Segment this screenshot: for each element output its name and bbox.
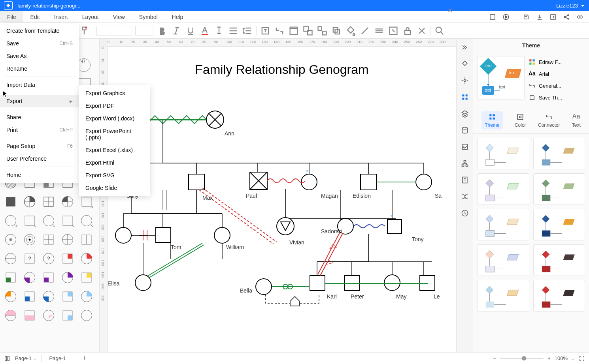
container-icon[interactable]	[288, 25, 299, 36]
theme-tab-theme[interactable]: Theme	[481, 111, 502, 129]
export-menu-item[interactable]: Export Html	[79, 156, 150, 169]
zoom-out-button[interactable]: −	[493, 355, 496, 361]
zoom-slider[interactable]	[500, 358, 544, 359]
styles-icon[interactable]	[461, 77, 469, 84]
export-menu-item[interactable]: Export Word (.docx)	[79, 112, 150, 125]
titlebar: family-relationship-genogr... Lizzie123	[0, 0, 589, 11]
status-bar: Page-1 ⌵ Page-1 + − + 100% ⌵	[0, 352, 589, 364]
svg-rect-139	[486, 195, 494, 201]
line-style-icon[interactable]	[374, 25, 385, 36]
bold-icon[interactable]	[157, 25, 168, 36]
menu-insert[interactable]: Insert	[47, 11, 75, 23]
zoom-in-button[interactable]: +	[547, 355, 551, 361]
page-setup-icon[interactable]	[461, 176, 469, 184]
group-icon[interactable]	[302, 25, 313, 36]
edit-points-icon[interactable]	[388, 25, 399, 36]
canvas[interactable]: Family Relationship Genogram	[108, 47, 456, 352]
label-max: Max	[202, 195, 213, 201]
theme-setting-colorscheme[interactable]: Edraw F...	[529, 56, 585, 68]
fill-tool-icon[interactable]	[461, 60, 469, 68]
fill-icon[interactable]	[345, 25, 356, 36]
export-menu-item[interactable]: Export PDF	[79, 99, 150, 112]
menu-edit[interactable]: Edit	[23, 11, 47, 23]
file-menu-item[interactable]: Import Data	[0, 79, 79, 91]
file-menu-item[interactable]: User Preference	[0, 152, 79, 165]
file-menu-item[interactable]: Rename	[0, 62, 79, 75]
export-icon[interactable]	[549, 13, 557, 21]
lock-icon[interactable]	[402, 25, 413, 36]
font-family-select[interactable]	[96, 26, 132, 36]
expand-right-icon[interactable]	[461, 43, 469, 51]
align-icon[interactable]	[228, 25, 239, 36]
theme-setting-connector[interactable]: General...	[529, 80, 585, 92]
menu-view[interactable]: View	[106, 11, 132, 23]
menu-layout[interactable]: Layout	[75, 11, 106, 23]
line-spacing-icon[interactable]	[242, 25, 253, 36]
add-page-button[interactable]: +	[78, 354, 91, 362]
database-icon[interactable]	[461, 126, 469, 134]
theme-setting-font[interactable]: AaArial	[529, 68, 585, 80]
share-icon[interactable]	[563, 13, 570, 21]
theme-list[interactable]	[473, 134, 589, 315]
image-icon[interactable]	[461, 143, 469, 151]
export-menu-item[interactable]: Export Graphics	[79, 87, 150, 99]
underline-icon[interactable]	[185, 25, 196, 36]
format-painter-icon[interactable]	[79, 25, 90, 36]
page-selector[interactable]: Page-1 ⌵	[15, 355, 36, 361]
close-panel-icon[interactable]: ✕	[446, 6, 454, 14]
export-menu-item[interactable]: Export SVG	[79, 169, 150, 182]
history-icon[interactable]	[461, 209, 469, 217]
fit-screen-icon[interactable]	[579, 355, 585, 362]
save-icon[interactable]	[523, 13, 530, 21]
ruler-horizontal: 0102030405060708090100110120130140150160…	[108, 39, 456, 47]
connector-tool-icon[interactable]	[274, 25, 285, 36]
file-menu-item[interactable]: Share	[0, 111, 79, 124]
menu-help[interactable]: Help	[165, 11, 191, 23]
text-tool-icon[interactable]	[260, 25, 271, 36]
file-menu-item[interactable]: Export▶	[0, 95, 79, 107]
user-menu[interactable]: Lizzie123	[552, 2, 585, 9]
theme-tab-connector[interactable]: Connector	[538, 113, 560, 128]
search-icon[interactable]	[434, 25, 445, 36]
menu-file[interactable]: File	[0, 11, 23, 23]
theme-tab-text[interactable]: AaText	[572, 113, 581, 128]
arrange-icon[interactable]	[331, 25, 342, 36]
play-icon[interactable]	[502, 13, 510, 21]
download-icon[interactable]	[536, 13, 543, 21]
page-tab[interactable]: Page-1	[41, 355, 74, 362]
file-menu-item[interactable]: Home	[0, 169, 79, 181]
label-elisa: Elisa	[108, 280, 119, 287]
italic-icon[interactable]	[171, 25, 182, 36]
theme-tab-color[interactable]: Color	[515, 113, 526, 128]
file-menu-item[interactable]: SaveCtrl+S	[0, 37, 79, 50]
menu-symbol[interactable]: Symbol	[132, 11, 165, 23]
page-layout-icon[interactable]	[4, 355, 10, 362]
text-highlight-icon[interactable]	[213, 25, 225, 36]
export-menu-item[interactable]: Export Excel (.xlsx)	[79, 144, 150, 156]
line-tool-icon[interactable]	[359, 25, 370, 36]
font-color-icon[interactable]	[199, 25, 210, 36]
view-icon[interactable]	[576, 13, 583, 21]
file-menu-item[interactable]: Page SetupF6	[0, 140, 79, 152]
theme-setting-save[interactable]: Save Th...	[529, 92, 585, 103]
svg-rect-46	[25, 216, 34, 225]
layers-icon[interactable]	[461, 110, 469, 118]
shuffle-icon[interactable]	[461, 193, 469, 201]
export-menu-item[interactable]: Export PowerPoint (.pptx)	[79, 125, 150, 144]
hierarchy-icon[interactable]	[461, 159, 469, 167]
label-ann: Ann	[225, 130, 234, 137]
file-menu-item[interactable]: Create from Template	[0, 24, 79, 37]
theme-icon[interactable]	[461, 93, 469, 101]
svg-rect-87	[25, 315, 34, 320]
theme-settings: Edraw F... AaArial General... Save Th...	[529, 56, 585, 103]
tools-icon[interactable]	[416, 25, 427, 36]
file-menu-dropdown: Create from TemplateSaveCtrl+SSave AsRen…	[0, 23, 79, 183]
svg-rect-144	[542, 266, 550, 272]
export-menu-item[interactable]: Google Slide	[79, 182, 150, 194]
fullscreen-icon[interactable]	[489, 13, 496, 21]
file-menu-item[interactable]: PrintCtrl+P	[0, 124, 79, 136]
font-size-select[interactable]	[135, 26, 153, 36]
ungroup-icon[interactable]	[317, 25, 328, 36]
file-menu-item[interactable]: Save As	[0, 50, 79, 62]
svg-rect-13	[290, 27, 298, 28]
